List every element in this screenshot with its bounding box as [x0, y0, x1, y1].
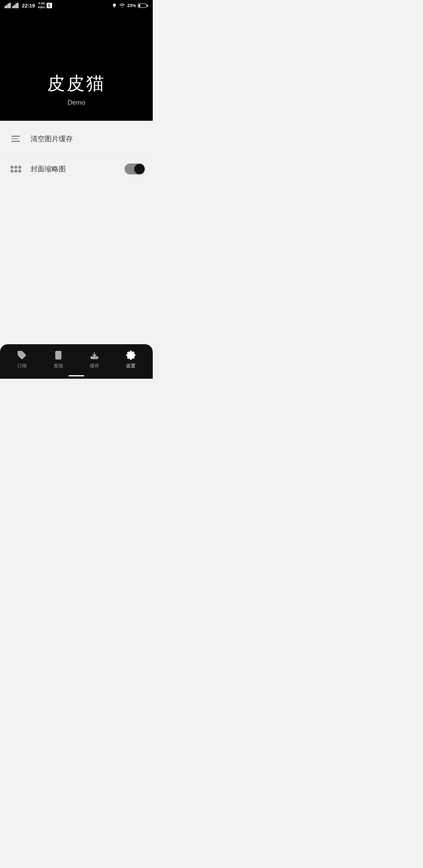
- svg-rect-4: [13, 6, 14, 8]
- tag-icon: [16, 350, 27, 361]
- cover-thumbnail-toggle[interactable]: [125, 163, 145, 174]
- nav-label-subscribe: 订阅: [17, 363, 27, 369]
- wifi-icon: [119, 3, 125, 8]
- svg-rect-5: [14, 5, 15, 8]
- nav-item-cache[interactable]: 缓存: [76, 350, 113, 369]
- svg-rect-6: [16, 4, 17, 8]
- nav-item-settings[interactable]: 设置: [113, 350, 149, 369]
- discover-icon: [53, 350, 64, 361]
- download-icon: [89, 350, 100, 361]
- svg-rect-11: [56, 351, 61, 359]
- app-title: 皮皮猫: [47, 71, 106, 96]
- status-right: 23%: [112, 3, 148, 8]
- app-subtitle: Demo: [67, 99, 85, 107]
- mute-bell-icon: [112, 3, 117, 8]
- clear-cache-item[interactable]: 清空图片缓存: [0, 124, 153, 154]
- settings-icon: [125, 350, 136, 361]
- status-left: 22:19 0.00 KB/s S: [5, 2, 52, 9]
- home-indicator: [69, 375, 84, 376]
- nav-label-cache: 缓存: [90, 363, 99, 369]
- s-app-icon: S: [47, 3, 52, 8]
- clear-cache-label: 清空图片缓存: [31, 134, 145, 143]
- battery-icon: [138, 4, 148, 8]
- svg-rect-7: [17, 3, 18, 8]
- svg-rect-1: [6, 5, 7, 8]
- cover-thumbnail-label: 封面缩略图: [31, 164, 125, 174]
- bottom-nav: 订阅 发现 缓存: [0, 344, 153, 379]
- battery-percent: 23%: [127, 3, 136, 8]
- clear-cache-icon: [8, 131, 24, 147]
- cover-thumbnail-item[interactable]: 封面缩略图: [0, 154, 153, 184]
- settings-list: 清空图片缓存 封面缩略图: [0, 121, 153, 187]
- nav-item-subscribe[interactable]: 订阅: [4, 350, 40, 369]
- cover-thumbnail-icon: [8, 161, 24, 177]
- svg-rect-2: [8, 4, 9, 8]
- speed-indicator: 0.00 KB/s: [38, 2, 45, 9]
- status-time: 22:19: [22, 3, 35, 9]
- status-bar: 22:19 0.00 KB/s S 23%: [0, 0, 153, 11]
- svg-rect-0: [5, 6, 6, 8]
- content-spacer: [0, 187, 153, 344]
- nav-item-discover[interactable]: 发现: [40, 350, 77, 369]
- signal-icon-1: [5, 3, 11, 8]
- hero-section: 皮皮猫 Demo: [0, 11, 153, 121]
- svg-rect-3: [9, 3, 11, 8]
- nav-label-discover: 发现: [54, 363, 63, 369]
- signal-icon-2: [13, 3, 19, 8]
- nav-label-settings: 设置: [126, 363, 136, 369]
- svg-text:S: S: [48, 4, 51, 8]
